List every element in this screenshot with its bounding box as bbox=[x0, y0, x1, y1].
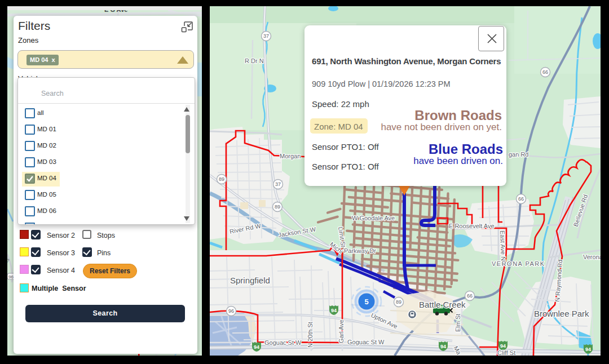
svg-text:89: 89 bbox=[275, 204, 280, 210]
svg-text:89: 89 bbox=[219, 176, 224, 182]
svg-text:Battle Creek: Battle Creek bbox=[419, 300, 466, 309]
svg-text:89: 89 bbox=[396, 299, 401, 305]
svg-text:66: 66 bbox=[467, 293, 473, 299]
svg-text:Goguac St W: Goguac St W bbox=[347, 339, 385, 345]
svg-text:94: 94 bbox=[440, 344, 446, 349]
svg-text:94: 94 bbox=[331, 308, 337, 313]
svg-text:94: 94 bbox=[500, 343, 506, 349]
svg-text:VERONA PARK: VERONA PARK bbox=[492, 260, 545, 267]
svg-text:Morgan: Morgan bbox=[280, 153, 301, 159]
svg-text:Elm St: Elm St bbox=[454, 314, 461, 332]
svg-text:Springfield: Springfield bbox=[230, 276, 270, 285]
svg-text:Goguac St W: Goguac St W bbox=[264, 339, 302, 346]
svg-text:37: 37 bbox=[275, 181, 281, 187]
svg-text:Cliff St: Cliff St bbox=[497, 349, 515, 356]
svg-text:5: 5 bbox=[364, 298, 368, 306]
svg-text:N 20th St: N 20th St bbox=[307, 322, 314, 348]
svg-text:Garl Ave: Garl Ave bbox=[338, 319, 345, 343]
svg-text:94: 94 bbox=[585, 347, 591, 352]
svg-text:gan Rd: gan Rd bbox=[509, 151, 528, 158]
svg-text:Brownlee Park: Brownlee Park bbox=[534, 309, 589, 318]
svg-text:66: 66 bbox=[518, 196, 524, 202]
svg-text:R Dr N: R Dr N bbox=[245, 57, 264, 64]
svg-text:Verona: Verona bbox=[583, 254, 601, 260]
svg-text:66: 66 bbox=[542, 69, 548, 75]
svg-text:E Roosevelt Ave: E Roosevelt Ave bbox=[449, 223, 495, 229]
svg-text:Parkway Dr: Parkway Dr bbox=[344, 247, 376, 254]
svg-text:94: 94 bbox=[254, 344, 259, 350]
svg-text:37: 37 bbox=[263, 33, 269, 39]
svg-text:W Goodale Ave: W Goodale Ave bbox=[352, 215, 395, 221]
svg-text:96: 96 bbox=[228, 308, 234, 314]
svg-text:East Ave N: East Ave N bbox=[499, 230, 507, 261]
